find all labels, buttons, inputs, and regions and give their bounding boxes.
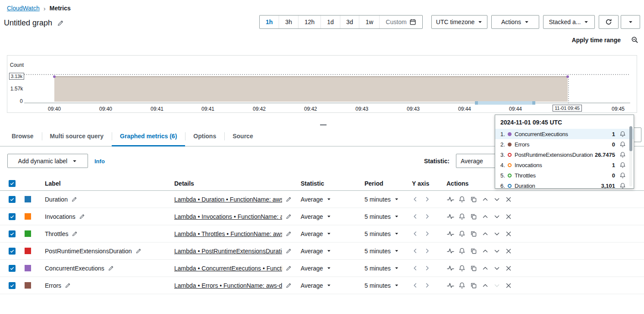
time-range-1d[interactable]: 1d — [320, 16, 340, 28]
pulse-alarm-icon[interactable] — [446, 196, 454, 203]
create-alarm-bell-icon[interactable] — [458, 282, 466, 289]
duplicate-icon[interactable] — [470, 264, 478, 272]
tab-graphed-metrics[interactable]: Graphed metrics (6) — [112, 126, 185, 146]
edit-details-pencil-icon[interactable] — [286, 248, 292, 254]
metric-details-link[interactable]: Lambda • PostRuntimeExtensionsDuratio — [174, 248, 282, 255]
create-alarm-bell-icon[interactable] — [458, 196, 466, 203]
row-period-select[interactable]: 5 minutes — [364, 213, 399, 220]
time-range-3d[interactable]: 3d — [340, 16, 359, 28]
row-statistic-select[interactable]: Average — [301, 282, 331, 289]
time-range-1w[interactable]: 1w — [359, 16, 379, 28]
refresh-button[interactable] — [599, 15, 619, 29]
move-down-icon[interactable] — [493, 247, 501, 255]
create-alarm-bell-icon[interactable] — [458, 213, 466, 221]
row-period-select[interactable]: 5 minutes — [364, 230, 399, 237]
row-period-select[interactable]: 5 minutes — [364, 248, 399, 255]
create-alarm-bell-icon[interactable] — [458, 264, 466, 272]
tooltip-row[interactable]: 1. ConcurrentExecutions 1 — [495, 129, 634, 139]
pulse-alarm-icon[interactable] — [446, 282, 454, 289]
y-axis-left-icon[interactable] — [412, 196, 418, 202]
breadcrumb-cloudwatch-link[interactable]: CloudWatch — [7, 5, 40, 12]
metric-details-link[interactable]: Lambda • Duration • FunctionName: aws- — [174, 196, 282, 203]
timezone-dropdown[interactable]: UTC timezone — [431, 15, 487, 29]
metric-details-link[interactable]: Lambda • Throttles • FunctionName: aws- — [174, 230, 282, 237]
create-alarm-bell-icon[interactable] — [619, 131, 626, 137]
pulse-alarm-icon[interactable] — [446, 230, 454, 238]
scrollbar-right-handle[interactable] — [532, 101, 535, 105]
zoom-out-icon[interactable] — [631, 36, 638, 44]
row-period-select[interactable]: 5 minutes — [364, 196, 399, 203]
move-up-icon[interactable] — [481, 196, 489, 203]
time-range-12h[interactable]: 12h — [298, 16, 320, 28]
move-up-icon[interactable] — [481, 264, 489, 272]
edit-label-pencil-icon[interactable] — [72, 231, 78, 237]
tooltip-row[interactable]: 2. Errors 0 — [495, 139, 634, 149]
edit-details-pencil-icon[interactable] — [286, 196, 292, 202]
pulse-alarm-icon[interactable] — [446, 213, 454, 221]
move-down-icon[interactable] — [493, 264, 501, 272]
row-statistic-select[interactable]: Average — [301, 196, 331, 203]
tab-multi-source-query[interactable]: Multi source query — [42, 126, 112, 146]
edit-details-pencil-icon[interactable] — [286, 214, 292, 220]
move-up-icon[interactable] — [481, 230, 489, 238]
tooltip-scrollbar-thumb[interactable] — [629, 126, 632, 151]
move-down-icon[interactable] — [493, 230, 501, 238]
row-period-select[interactable]: 5 minutes — [364, 282, 399, 289]
edit-details-pencil-icon[interactable] — [286, 231, 292, 237]
actions-dropdown-button[interactable]: Actions — [491, 15, 539, 29]
metric-details-link[interactable]: Lambda • ConcurrentExecutions • Functio — [174, 265, 282, 272]
pulse-alarm-icon[interactable] — [446, 247, 454, 255]
y-axis-right-icon[interactable] — [424, 248, 430, 254]
row-checkbox[interactable] — [9, 213, 16, 220]
remove-metric-icon[interactable] — [505, 196, 512, 203]
y-axis-right-icon[interactable] — [424, 230, 430, 237]
tooltip-row[interactable]: 6. Duration 3,101 — [495, 180, 634, 191]
time-range-3h[interactable]: 3h — [279, 16, 298, 28]
tab-source[interactable]: Source — [224, 126, 261, 146]
tooltip-row[interactable]: 5. Throttles 0 — [495, 170, 634, 180]
y-axis-left-icon[interactable] — [412, 248, 418, 254]
y-axis-right-icon[interactable] — [424, 196, 430, 202]
move-up-icon[interactable] — [481, 213, 489, 221]
edit-label-pencil-icon[interactable] — [135, 248, 141, 254]
row-checkbox[interactable] — [9, 196, 16, 203]
edit-label-pencil-icon[interactable] — [65, 283, 71, 289]
row-statistic-select[interactable]: Average — [301, 248, 331, 255]
create-alarm-bell-icon[interactable] — [458, 247, 466, 255]
metric-details-link[interactable]: Lambda • Invocations • FunctionName: aw — [174, 213, 282, 220]
edit-title-pencil-icon[interactable] — [57, 20, 64, 27]
edit-label-pencil-icon[interactable] — [108, 265, 114, 271]
y-axis-right-icon[interactable] — [424, 265, 430, 271]
row-statistic-select[interactable]: Average — [301, 213, 331, 220]
time-range-1h[interactable]: 1h — [260, 16, 279, 28]
scrollbar-left-handle[interactable] — [475, 101, 478, 105]
tooltip-row[interactable]: 4. Invocations 1 — [495, 160, 634, 170]
move-down-icon[interactable] — [493, 213, 501, 221]
duplicate-icon[interactable] — [470, 247, 478, 255]
create-alarm-bell-icon[interactable] — [619, 141, 626, 148]
row-checkbox[interactable] — [9, 248, 16, 255]
remove-metric-icon[interactable] — [505, 282, 512, 289]
y-axis-left-icon[interactable] — [412, 265, 418, 271]
timeline-scrollbar[interactable] — [475, 101, 535, 105]
chart-plot-area[interactable] — [7, 56, 637, 112]
remove-metric-icon[interactable] — [505, 230, 512, 238]
move-up-icon[interactable] — [481, 282, 489, 289]
row-checkbox[interactable] — [9, 282, 16, 289]
row-checkbox[interactable] — [9, 230, 16, 237]
row-period-select[interactable]: 5 minutes — [364, 265, 399, 272]
pulse-alarm-icon[interactable] — [446, 264, 454, 272]
auto-refresh-dropdown-button[interactable] — [621, 15, 640, 29]
y-axis-left-icon[interactable] — [412, 282, 418, 289]
create-alarm-bell-icon[interactable] — [619, 183, 626, 189]
tab-options[interactable]: Options — [185, 126, 224, 146]
remove-metric-icon[interactable] — [505, 213, 512, 221]
select-all-checkbox[interactable] — [9, 180, 16, 187]
tooltip-row[interactable]: 3. PostRuntimeExtensionsDuration 26.7475 — [495, 149, 634, 160]
duplicate-icon[interactable] — [470, 230, 478, 238]
edit-label-pencil-icon[interactable] — [79, 214, 85, 220]
y-axis-right-icon[interactable] — [424, 282, 430, 289]
create-alarm-bell-icon[interactable] — [619, 162, 626, 168]
row-statistic-select[interactable]: Average — [301, 265, 331, 272]
duplicate-icon[interactable] — [470, 213, 478, 221]
